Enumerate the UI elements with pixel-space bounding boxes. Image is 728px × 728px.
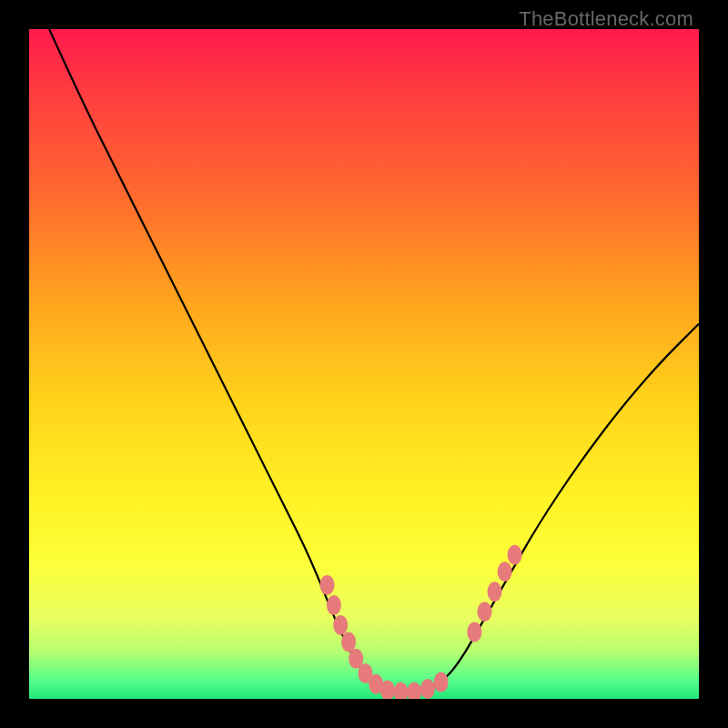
curve-marker	[478, 602, 492, 622]
curve-marker	[434, 672, 449, 693]
curve-marker	[320, 575, 335, 595]
bottleneck-curve	[49, 29, 699, 693]
curve-marker	[394, 682, 409, 699]
curve-marker	[327, 595, 341, 615]
curve-svg	[29, 29, 699, 699]
curve-marker	[420, 679, 435, 699]
plot-area	[29, 29, 699, 699]
curve-marker	[488, 581, 502, 602]
curve-marker	[498, 561, 512, 581]
curve-marker	[407, 682, 421, 699]
curve-markers	[320, 545, 522, 699]
attribution-text: TheBottleneck.com	[519, 7, 693, 31]
curve-marker	[333, 615, 348, 635]
curve-marker	[467, 622, 481, 642]
chart-frame: TheBottleneck.com	[0, 0, 728, 728]
curve-marker	[508, 545, 522, 565]
curve-marker	[341, 632, 356, 652]
